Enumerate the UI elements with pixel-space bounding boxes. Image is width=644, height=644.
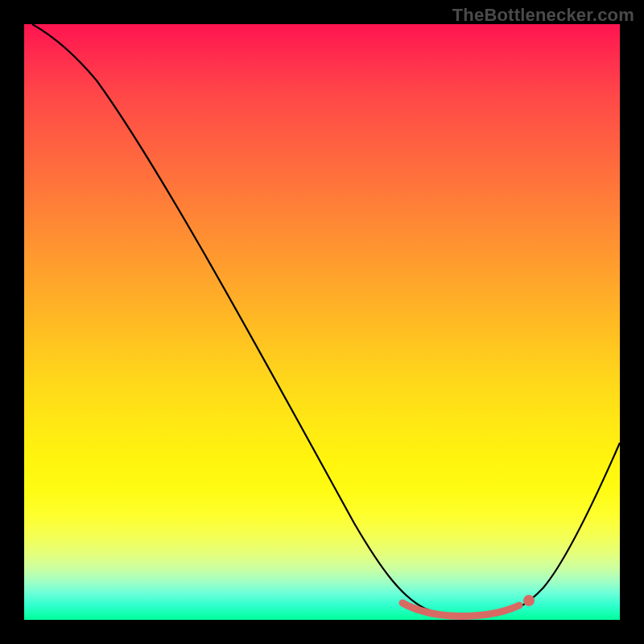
watermark-text: TheBottlenecker.com — [452, 5, 634, 26]
bottleneck-curve — [32, 24, 620, 617]
bottleneck-curve-svg — [24, 24, 620, 620]
chart-frame: TheBottlenecker.com — [0, 0, 644, 644]
optimal-marker-dot — [523, 595, 535, 606]
plot-area — [24, 24, 620, 620]
